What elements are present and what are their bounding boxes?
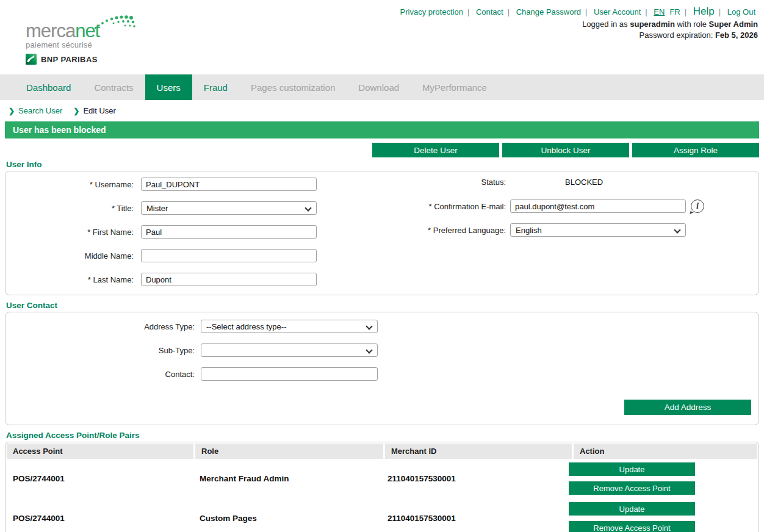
- table-header-row: Access Point Role Merchant ID Action: [5, 442, 759, 459]
- confirmation-email-field[interactable]: [510, 200, 686, 213]
- brand-dots-icon: [92, 15, 135, 31]
- separator: |: [645, 7, 647, 16]
- add-address-button[interactable]: Add Address: [624, 400, 751, 415]
- user-contact-panel: Address Type: --Select address type-- Su…: [5, 312, 759, 425]
- page-header: mercanet paiement sécurisé: [0, 0, 764, 74]
- col-header-access-point: Access Point: [7, 444, 193, 459]
- separator: |: [585, 7, 587, 16]
- mercanet-logo: mercanet paiement sécurisé: [26, 22, 99, 65]
- preferred-language-label: * Preferred Language:: [382, 226, 506, 235]
- separator: |: [719, 7, 721, 16]
- last-name-label: * Last Name:: [5, 275, 134, 284]
- brand-tagline: paiement sécurisé: [26, 40, 99, 49]
- address-type-select[interactable]: --Select address type--: [201, 320, 378, 333]
- bank-name: BNP PARIBAS: [41, 55, 98, 64]
- tab-dashboard[interactable]: Dashboard: [15, 74, 82, 100]
- update-button[interactable]: Update: [569, 502, 695, 516]
- user-actions: Delete User Unblock User Assign Role: [5, 143, 759, 157]
- address-type-label: Address Type:: [5, 322, 195, 331]
- chevron-down-icon: [366, 347, 372, 353]
- user-info-title: User Info: [6, 160, 764, 169]
- user-account-link[interactable]: User Account: [594, 7, 641, 16]
- bnp-paribas-emblem-icon: [26, 54, 37, 65]
- table-row: POS/2744001 Merchant Fraud Admin 2110401…: [5, 459, 759, 498]
- logged-in-status: Logged in as superadmin with role Super …: [582, 20, 758, 29]
- language-fr-link[interactable]: FR: [669, 7, 680, 16]
- user-contact-title: User Contact: [6, 301, 764, 310]
- last-name-field[interactable]: [141, 273, 317, 286]
- title-select[interactable]: Mister: [141, 201, 317, 215]
- breadcrumb-arrow-icon: [73, 107, 79, 115]
- username-field[interactable]: [141, 178, 317, 191]
- chevron-down-icon: [366, 323, 372, 329]
- address-type-value: --Select address type--: [206, 322, 287, 331]
- contact-link[interactable]: Contact: [476, 7, 503, 16]
- delete-user-button[interactable]: Delete User: [372, 143, 499, 157]
- status-banner: User has been blocked: [5, 121, 759, 138]
- chevron-down-icon: [305, 204, 311, 211]
- logout-link[interactable]: Log Out: [727, 7, 755, 16]
- status-value: BLOCKED: [510, 178, 603, 187]
- logged-in-role: Super Admin: [709, 20, 758, 29]
- col-header-action: Action: [574, 444, 757, 459]
- cell-merchant-id: 211040157530001: [381, 514, 568, 523]
- separator: |: [508, 7, 510, 16]
- tab-myperformance[interactable]: MyPerformance: [411, 74, 499, 100]
- user-info-panel: * Username: * Title: Mister * First Name…: [5, 171, 759, 295]
- language-en-link[interactable]: EN: [654, 7, 665, 16]
- brand-wordmark: mercanet: [26, 22, 99, 40]
- brand-text-gray: merca: [26, 20, 75, 41]
- password-expiration-date: Feb 5, 2026: [715, 31, 758, 40]
- separator: |: [685, 7, 687, 16]
- contact-label: Contact:: [5, 370, 195, 379]
- change-password-link[interactable]: Change Password: [516, 7, 581, 16]
- contact-field[interactable]: [201, 367, 378, 381]
- first-name-field[interactable]: [141, 225, 317, 239]
- access-points-title: Assigned Access Point/Role Pairs: [6, 431, 764, 440]
- remove-access-point-button[interactable]: Remove Access Point: [569, 521, 695, 532]
- username-label: * Username:: [5, 180, 134, 189]
- breadcrumb-arrow-icon: [9, 107, 15, 115]
- sub-type-label: Sub-Type:: [5, 346, 195, 355]
- tab-pages-customization[interactable]: Pages customization: [239, 74, 347, 100]
- sub-type-select[interactable]: [201, 343, 378, 357]
- privacy-protection-link[interactable]: Privacy protection: [400, 7, 463, 16]
- table-row: POS/2744001 Custom Pages 211040157530001…: [5, 498, 759, 532]
- preferred-language-value: English: [516, 226, 542, 235]
- cell-merchant-id: 211040157530001: [381, 474, 568, 483]
- remove-access-point-button[interactable]: Remove Access Point: [569, 481, 695, 495]
- status-label: Status:: [382, 178, 506, 187]
- main-nav: Dashboard Contracts Users Fraud Pages cu…: [0, 74, 764, 100]
- info-icon[interactable]: i: [691, 200, 704, 213]
- first-name-label: * First Name:: [5, 228, 134, 237]
- tab-users[interactable]: Users: [145, 74, 192, 100]
- help-link[interactable]: Help: [693, 5, 715, 17]
- breadcrumb: Search User Edit User: [0, 100, 764, 120]
- logged-in-username: superadmin: [630, 20, 675, 29]
- col-header-merchant-id: Merchant ID: [385, 444, 572, 459]
- col-header-role: Role: [195, 444, 383, 459]
- confirmation-email-label: * Confirmation E-mail:: [382, 202, 506, 211]
- cell-access-point: POS/2744001: [7, 514, 193, 523]
- tab-download[interactable]: Download: [347, 74, 411, 100]
- access-points-table: Access Point Role Merchant ID Action POS…: [5, 442, 759, 532]
- cell-role: Merchant Fraud Admin: [193, 474, 381, 483]
- tab-fraud[interactable]: Fraud: [192, 74, 239, 100]
- cell-access-point: POS/2744001: [7, 474, 193, 483]
- tab-contracts[interactable]: Contracts: [82, 74, 145, 100]
- utility-links: Privacy protection| Contact| Change Pass…: [398, 5, 758, 18]
- middle-name-field[interactable]: [141, 249, 317, 262]
- preferred-language-select[interactable]: English: [510, 223, 686, 237]
- password-expiration: Password expiration: Feb 5, 2026: [640, 31, 758, 40]
- assign-role-button[interactable]: Assign Role: [632, 143, 759, 157]
- unblock-user-button[interactable]: Unblock User: [502, 143, 629, 157]
- separator: |: [467, 7, 469, 16]
- cell-role: Custom Pages: [193, 514, 381, 523]
- title-label: * Title:: [5, 204, 134, 213]
- title-select-value: Mister: [146, 204, 168, 213]
- middle-name-label: Middle Name:: [5, 251, 134, 261]
- chevron-down-icon: [674, 226, 680, 233]
- breadcrumb-edit-user: Edit User: [83, 106, 115, 115]
- update-button[interactable]: Update: [569, 462, 695, 476]
- breadcrumb-search-user[interactable]: Search User: [18, 106, 62, 115]
